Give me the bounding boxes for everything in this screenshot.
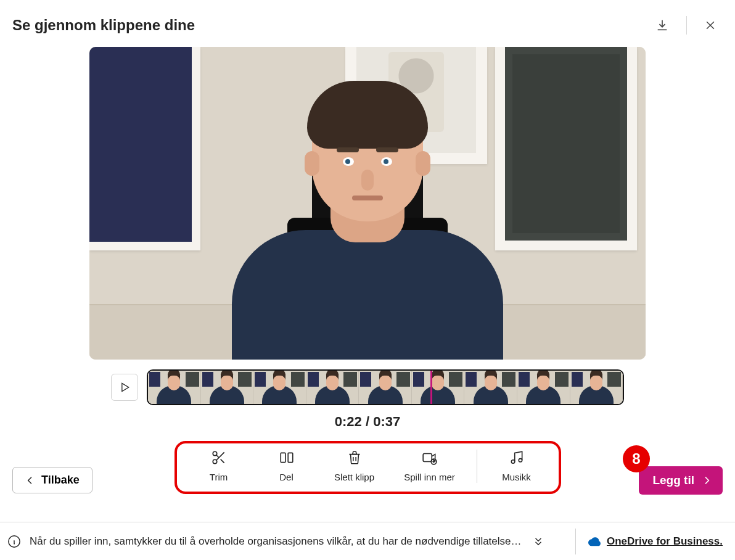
download-button[interactable] bbox=[653, 16, 671, 35]
trash-icon bbox=[347, 450, 363, 466]
chevron-left-icon bbox=[25, 476, 35, 485]
play-icon bbox=[118, 381, 131, 393]
toolbar-highlight: Trim Del Slett klipp Spill inn mer Musik… bbox=[175, 441, 561, 494]
onedrive-link[interactable]: OneDrive for Business. bbox=[588, 535, 728, 548]
split-button[interactable]: Del bbox=[262, 450, 311, 482]
scissors-icon bbox=[211, 450, 227, 466]
add-button[interactable]: Legg til bbox=[639, 466, 723, 495]
timeline-thumb[interactable] bbox=[306, 371, 359, 404]
timeline-thumb[interactable] bbox=[359, 371, 412, 404]
delete-clip-button[interactable]: Slett klipp bbox=[330, 450, 379, 482]
svg-point-0 bbox=[213, 451, 217, 456]
svg-point-6 bbox=[511, 460, 514, 463]
info-icon bbox=[7, 535, 21, 548]
annotation-badge: 8 bbox=[623, 445, 650, 472]
cloud-icon bbox=[588, 537, 602, 546]
timeline-thumb[interactable] bbox=[253, 371, 306, 404]
trim-button[interactable]: Trim bbox=[194, 450, 244, 482]
close-icon bbox=[704, 19, 717, 31]
music-button[interactable]: Musikk bbox=[492, 450, 541, 482]
play-button[interactable] bbox=[111, 374, 138, 401]
record-more-button[interactable]: Spill inn mer bbox=[398, 450, 462, 482]
svg-point-1 bbox=[213, 459, 217, 464]
playhead[interactable] bbox=[430, 369, 432, 405]
header-divider bbox=[686, 16, 687, 35]
page-title: Se gjennom klippene dine bbox=[12, 17, 195, 34]
timeline[interactable] bbox=[147, 369, 624, 405]
svg-rect-2 bbox=[281, 453, 285, 462]
expand-message-button[interactable] bbox=[530, 533, 546, 550]
camera-plus-icon bbox=[421, 450, 438, 466]
timeline-thumb[interactable] bbox=[517, 371, 570, 404]
video-preview[interactable] bbox=[89, 47, 646, 360]
music-icon bbox=[509, 450, 525, 466]
svg-rect-4 bbox=[423, 454, 432, 462]
timeline-thumb[interactable] bbox=[148, 371, 201, 404]
timeline-thumb[interactable] bbox=[570, 371, 623, 404]
timecode: 0:22 / 0:37 bbox=[0, 414, 735, 430]
chevron-right-icon bbox=[702, 476, 712, 485]
svg-rect-3 bbox=[288, 453, 293, 462]
download-icon bbox=[655, 19, 669, 32]
timeline-thumb[interactable] bbox=[201, 371, 254, 404]
close-button[interactable] bbox=[702, 17, 719, 34]
timeline-thumb[interactable] bbox=[464, 371, 517, 404]
double-chevron-down-icon bbox=[533, 536, 544, 547]
footer-message: Når du spiller inn, samtykker du til å o… bbox=[30, 535, 522, 548]
split-icon bbox=[279, 450, 295, 466]
toolbar-divider bbox=[477, 450, 477, 483]
footer-divider bbox=[575, 529, 576, 554]
svg-point-7 bbox=[519, 459, 522, 462]
back-button[interactable]: Tilbake bbox=[12, 467, 92, 493]
timeline-thumb[interactable] bbox=[412, 371, 465, 404]
